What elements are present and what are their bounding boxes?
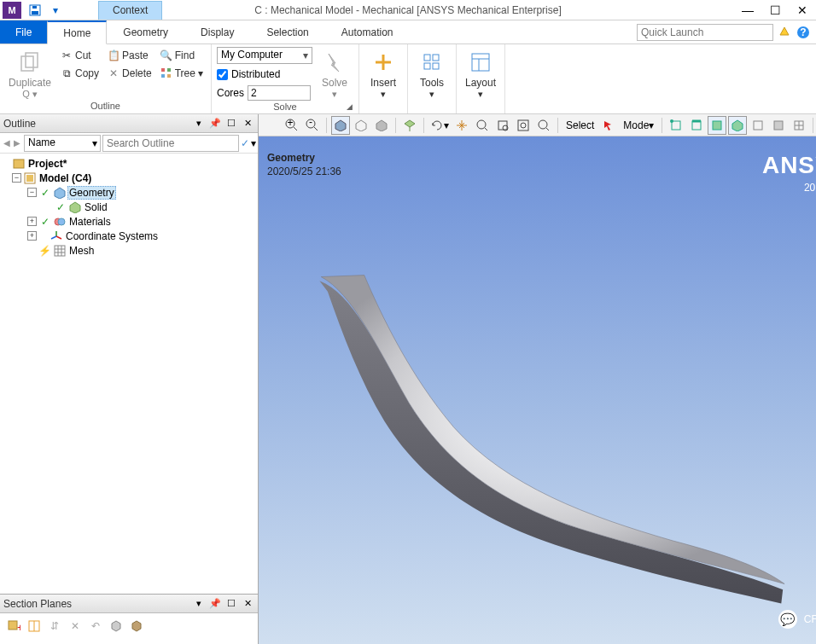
undock-icon[interactable]: ☐ — [224, 117, 238, 131]
pan-icon[interactable] — [452, 116, 471, 135]
maximize-button[interactable]: ☐ — [761, 1, 789, 20]
tab-geometry[interactable]: Geometry — [107, 20, 184, 44]
group-outline-label: Outline — [5, 101, 206, 113]
section-cube1-icon[interactable] — [108, 618, 125, 635]
close-button[interactable]: ✕ — [789, 1, 816, 20]
pick-icon[interactable] — [400, 116, 419, 135]
save-icon[interactable] — [26, 3, 44, 18]
undock-icon[interactable]: ☐ — [224, 597, 238, 611]
tree-mesh[interactable]: ⚡ Mesh — [2, 243, 256, 258]
layout-button[interactable]: Layout▾ — [462, 47, 499, 101]
panel-close-icon[interactable]: ✕ — [241, 597, 254, 611]
geometry-icon — [53, 186, 66, 199]
section-cube2-icon[interactable] — [128, 618, 145, 635]
duplicate-label: Duplicate — [9, 77, 51, 89]
panel-close-icon[interactable]: ✕ — [241, 117, 254, 131]
tools-button[interactable]: Tools▾ — [413, 47, 451, 101]
sel-node-icon[interactable] — [749, 116, 767, 135]
duplicate-button[interactable]: DuplicateQ ▾ — [5, 47, 55, 101]
svg-rect-8 — [167, 68, 171, 72]
svg-line-44 — [485, 128, 487, 131]
help-icon[interactable]: ? — [796, 25, 811, 40]
quick-launch-input[interactable] — [637, 24, 773, 41]
context-tab[interactable]: Context — [98, 1, 162, 20]
solve-button[interactable]: Solve▾ — [316, 47, 353, 101]
expander-icon[interactable]: − — [27, 188, 37, 197]
tab-selection[interactable]: Selection — [250, 20, 324, 44]
rotate-icon[interactable]: ▾ — [428, 116, 451, 135]
sel-elem-icon[interactable] — [769, 116, 788, 135]
copy-button[interactable]: ⧉Copy — [58, 65, 102, 82]
sel-face-icon[interactable] — [708, 116, 726, 135]
find-button[interactable]: 🔍Find — [158, 47, 206, 64]
canvas-timestamp: 2020/5/25 21:36 — [267, 165, 341, 177]
minimize-button[interactable]: — — [734, 1, 761, 20]
paste-button[interactable]: 📋Paste — [105, 47, 154, 64]
find-icon: 🔍 — [160, 49, 172, 61]
mode-button[interactable]: Mode▾ — [620, 116, 657, 135]
expander-icon[interactable]: + — [27, 231, 37, 241]
nav-prev-icon[interactable]: ◀ — [2, 135, 12, 152]
tree-solid[interactable]: ✓ Solid — [2, 200, 256, 214]
tools-label: Tools — [420, 77, 444, 89]
viewport-canvas[interactable]: Geometry 2020/5/25 21:36 ANSYS 2019 R2 — [259, 136, 816, 644]
pin-icon[interactable]: 📌 — [208, 597, 222, 611]
zoom-out-icon[interactable]: - — [303, 116, 322, 135]
zoom-in-icon[interactable]: + — [283, 116, 301, 135]
tab-automation[interactable]: Automation — [325, 20, 410, 44]
distributed-checkbox[interactable] — [217, 69, 228, 80]
solve-launcher-icon[interactable]: ◢ — [347, 102, 357, 113]
select-mode-icon[interactable] — [599, 116, 618, 135]
wechat-icon: 💬 — [778, 610, 797, 629]
svg-rect-7 — [161, 68, 165, 72]
delete-button[interactable]: ✕Delete — [105, 65, 154, 82]
filter-type-dropdown[interactable]: Name — [24, 135, 101, 152]
section-flip-icon[interactable]: ⇵ — [46, 618, 63, 635]
svg-point-52 — [670, 119, 673, 123]
filter-options-icon[interactable]: ▾ — [251, 137, 256, 149]
zoom-box-icon[interactable] — [493, 116, 512, 135]
notify-icon[interactable] — [777, 25, 792, 40]
sel-mesh-icon[interactable] — [790, 116, 808, 135]
sel-body-icon[interactable] — [728, 116, 747, 135]
zoom-icon[interactable] — [473, 116, 492, 135]
tab-display[interactable]: Display — [184, 20, 250, 44]
section-add-icon[interactable]: + — [5, 618, 22, 635]
panel-menu-icon[interactable]: ▾ — [192, 597, 206, 611]
tree-geometry[interactable]: − ✓ Geometry — [2, 185, 256, 200]
tree-model[interactable]: − Model (C4) — [2, 171, 256, 185]
zoom-fit-icon[interactable] — [514, 116, 533, 135]
cut-button[interactable]: ✂Cut — [58, 47, 102, 64]
section-undo-icon[interactable]: ↶ — [87, 618, 104, 635]
solve-target-dropdown[interactable]: My Computer — [217, 47, 312, 64]
filter-clear-icon[interactable]: ✓ — [241, 137, 249, 149]
select-button[interactable]: Select — [562, 116, 597, 135]
zoom-sel-icon[interactable] — [534, 116, 553, 135]
wireframe-icon[interactable] — [352, 116, 370, 135]
tree-button[interactable]: Tree▾ — [158, 65, 206, 82]
expander-icon[interactable]: − — [12, 173, 21, 183]
tree-project[interactable]: Project* — [2, 156, 256, 171]
section-planes-panel: Section Planes ▾ 📌 ☐ ✕ + ⇵ ✕ ↶ — [0, 595, 258, 644]
section-edit-icon[interactable] — [26, 618, 43, 635]
outline-search-input[interactable] — [102, 135, 239, 152]
panel-menu-icon[interactable]: ▾ — [192, 117, 206, 131]
sel-vertex-icon[interactable] — [667, 116, 685, 135]
tree-coord[interactable]: + Coordinate Systems — [2, 229, 256, 243]
file-tab[interactable]: File — [0, 20, 47, 44]
insert-button[interactable]: Insert▾ — [364, 47, 402, 101]
svg-line-50 — [546, 128, 549, 131]
sel-edge-icon[interactable] — [687, 116, 706, 135]
section-delete-icon[interactable]: ✕ — [67, 618, 84, 635]
pin-icon[interactable]: 📌 — [208, 117, 222, 131]
nav-next-icon[interactable]: ▶ — [12, 135, 22, 152]
tree-materials[interactable]: + ✓ Materials — [2, 214, 256, 229]
expander-icon[interactable]: + — [27, 217, 37, 226]
delete-icon: ✕ — [108, 67, 119, 79]
tab-home[interactable]: Home — [47, 20, 107, 44]
shaded-icon[interactable] — [331, 116, 350, 135]
cores-input[interactable] — [248, 85, 311, 101]
qat-dropdown-icon[interactable]: ▾ — [47, 3, 64, 18]
tree-icon — [160, 67, 172, 79]
shaded2-icon[interactable] — [372, 116, 391, 135]
